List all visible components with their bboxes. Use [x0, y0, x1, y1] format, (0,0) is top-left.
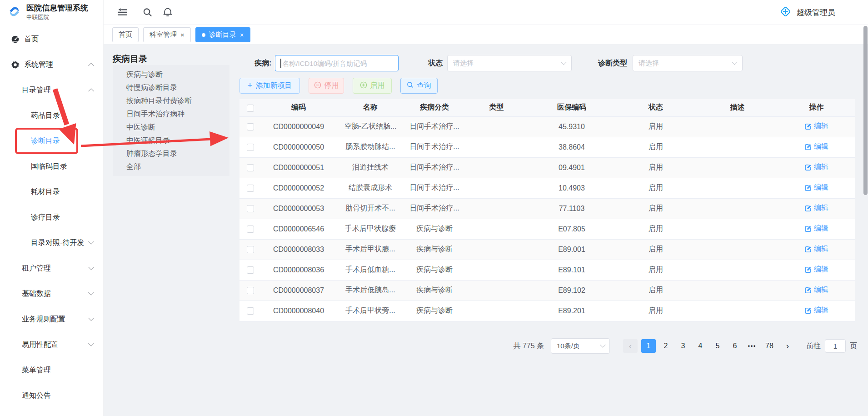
row-checkbox[interactable] [247, 226, 254, 233]
cell-actions: 编辑 [778, 137, 855, 157]
edit-button[interactable]: 编辑 [804, 183, 828, 192]
user-menu[interactable]: 超级管理员 [779, 0, 835, 25]
table-row-1: CD0000000050肠系膜动脉结...日间手术治疗...38.8604启用编… [239, 137, 855, 157]
edit-icon [804, 246, 812, 253]
add-item-button[interactable]: + 添加新项目 [239, 78, 300, 94]
edit-icon [804, 225, 812, 232]
edit-button[interactable]: 编辑 [804, 162, 828, 172]
cell-name: 结膜囊成形术 [336, 178, 405, 198]
next-page-button[interactable]: › [780, 339, 795, 353]
status-label: 状态 [428, 59, 443, 68]
sidebar-item-5[interactable]: 国临码目录 [0, 154, 103, 179]
page-button-4[interactable]: 4 [693, 339, 708, 353]
category-item-0[interactable]: 疾病与诊断 [113, 68, 229, 81]
row-checkbox[interactable] [247, 185, 254, 192]
category-item-3[interactable]: 日间手术治疗病种 [113, 107, 229, 120]
sidebar-item-12[interactable]: 易用性配置 [0, 332, 103, 357]
category-item-4[interactable]: 中医诊断 [113, 120, 229, 134]
sidebar-item-6[interactable]: 耗材目录 [0, 179, 103, 205]
page-button-78[interactable]: 78 [762, 339, 777, 353]
chevron-down-icon [88, 264, 94, 270]
sidebar-item-14[interactable]: 通知公告 [0, 383, 103, 408]
edit-button[interactable]: 编辑 [804, 224, 828, 233]
query-button[interactable]: 查询 [400, 78, 438, 94]
edit-button[interactable]: 编辑 [804, 285, 828, 295]
page-button-3[interactable]: 3 [676, 339, 690, 353]
edit-button[interactable]: 编辑 [804, 142, 828, 151]
category-item-2[interactable]: 按病种目录付费诊断 [113, 94, 229, 107]
row-checkbox[interactable] [247, 144, 254, 151]
cell-actions: 编辑 [778, 178, 855, 198]
goto-page-input[interactable] [825, 339, 846, 353]
tab-label: 首页 [119, 30, 132, 39]
table-row-7: CD0000008036手术后低血糖...疾病与诊断E89.101启用编辑 [239, 260, 855, 280]
sidebar-item-3[interactable]: 药品目录 [0, 103, 103, 128]
page-size-select[interactable]: 10条/页 [551, 338, 610, 354]
row-checkbox-cell [239, 198, 261, 219]
sidebar-item-label: 基础数据 [22, 289, 51, 299]
close-icon[interactable]: × [240, 31, 244, 38]
sidebar-item-1[interactable]: 系统管理 [0, 52, 103, 77]
cell-code: CD0000000052 [261, 178, 336, 198]
edit-button[interactable]: 编辑 [804, 265, 828, 274]
tab-2[interactable]: 诊断目录× [195, 27, 250, 42]
diagnosis-type-select[interactable]: 请选择 [633, 55, 743, 71]
edit-button[interactable]: 编辑 [804, 121, 828, 131]
category-item-5[interactable]: 中医证候目录 [113, 134, 229, 147]
row-checkbox[interactable] [247, 287, 254, 294]
sidebar-item-label: 业务规则配置 [22, 315, 65, 324]
diagnosis-table: 编码名称疾病分类类型医保编码状态描述操作 CD0000000049空肠-乙状结肠… [239, 99, 855, 321]
edit-button[interactable]: 编辑 [804, 306, 828, 315]
cell-status: 启用 [614, 178, 697, 198]
edit-icon [804, 205, 812, 212]
vertical-scrollbar[interactable] [863, 26, 868, 195]
sidebar-item-2[interactable]: 目录管理 [0, 77, 103, 103]
row-checkbox[interactable] [247, 164, 254, 171]
sidebar-item-4[interactable]: 诊断目录 [0, 128, 103, 154]
disable-button[interactable]: 停用 [309, 78, 344, 94]
row-checkbox[interactable] [247, 205, 254, 212]
sidebar-item-10[interactable]: 基础数据 [0, 281, 103, 306]
row-checkbox[interactable] [247, 266, 254, 274]
sidebar-item-label: 首页 [24, 35, 39, 44]
cell-insurance_code: 10.4903 [529, 178, 614, 198]
sidebar-item-label: 耗材目录 [31, 187, 60, 197]
sidebar-item-9[interactable]: 租户管理 [0, 256, 103, 281]
notification-bell-icon[interactable] [163, 7, 172, 17]
category-item-7[interactable]: 全部 [113, 160, 229, 173]
tab-0[interactable]: 首页 [112, 27, 139, 42]
tab-1[interactable]: 科室管理× [143, 27, 191, 42]
row-checkbox[interactable] [247, 246, 254, 253]
sidebar-item-0[interactable]: 首页 [0, 26, 103, 52]
row-checkbox[interactable] [247, 123, 254, 130]
cell-insurance_code: E89.201 [529, 301, 614, 321]
disease-search-input[interactable] [275, 55, 399, 71]
cell-category: 疾病与诊断 [405, 280, 464, 301]
row-checkbox[interactable] [247, 307, 254, 315]
select-all-checkbox[interactable] [247, 105, 254, 112]
collapse-sidebar-icon[interactable] [117, 8, 128, 17]
category-item-1[interactable]: 特慢病诊断目录 [113, 81, 229, 94]
edit-icon [804, 184, 812, 191]
edit-button[interactable]: 编辑 [804, 244, 828, 254]
prev-page-button[interactable]: ‹ [623, 339, 638, 353]
sidebar-item-label: 通知公告 [22, 391, 51, 401]
page-button-1[interactable]: 1 [641, 339, 656, 353]
enable-button[interactable]: 启用 [353, 78, 392, 94]
more-pages-icon[interactable]: ••• [745, 339, 759, 353]
sidebar-item-7[interactable]: 诊疗目录 [0, 205, 103, 230]
page-button-5[interactable]: 5 [710, 339, 725, 353]
sidebar-item-13[interactable]: 菜单管理 [0, 357, 103, 383]
sidebar-item-8[interactable]: 目录对照-待开发 [0, 230, 103, 256]
edit-label: 编辑 [814, 265, 828, 274]
sidebar-item-11[interactable]: 业务规则配置 [0, 306, 103, 332]
search-icon[interactable] [143, 8, 152, 17]
category-item-6[interactable]: 肿瘤形态学目录 [113, 147, 229, 160]
page-button-2[interactable]: 2 [658, 339, 673, 353]
edit-label: 编辑 [814, 162, 828, 172]
sidebar-item-label: 系统管理 [24, 60, 53, 70]
status-select[interactable]: 请选择 [447, 55, 572, 71]
edit-button[interactable]: 编辑 [804, 203, 828, 213]
close-icon[interactable]: × [180, 31, 185, 38]
page-button-6[interactable]: 6 [728, 339, 742, 353]
